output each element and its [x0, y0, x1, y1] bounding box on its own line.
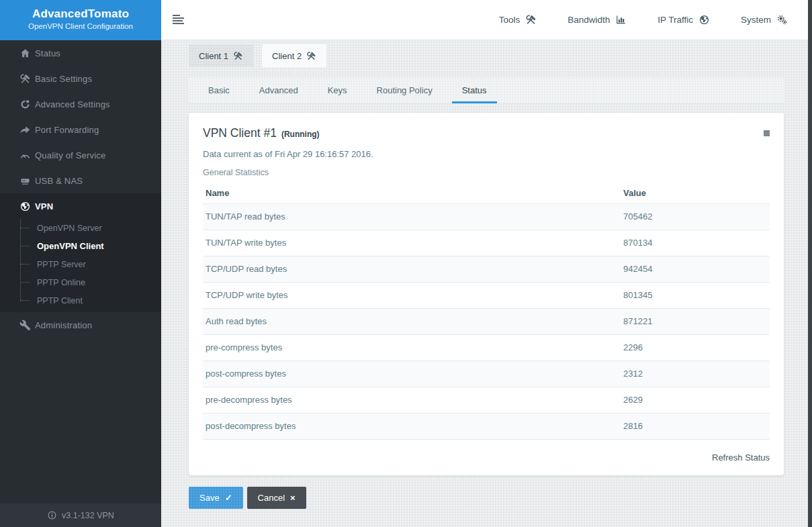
section-label: General Statistics [203, 168, 770, 177]
data-current-text: Data current as of Fri Apr 29 16:16:57 2… [203, 149, 770, 159]
stat-name: TUN/TAP read bytes [203, 203, 621, 230]
topnav: Tools Bandwidth IP Traffic System [499, 14, 808, 26]
save-label: Save [199, 493, 220, 503]
tab-status[interactable]: Status [452, 77, 497, 103]
table-row: post-decompress bytes 2816 [203, 413, 770, 439]
stat-name: pre-compress bytes [203, 334, 621, 361]
gears-icon [776, 14, 788, 26]
sidebar-item-openvpn-server[interactable]: OpenVPN Server [0, 219, 161, 237]
home-icon [19, 48, 31, 59]
app-brand: AdvancedTomato OpenVPN Client Configurat… [0, 0, 161, 40]
vpn-submenu: OpenVPN Server OpenVPN Client PPTP Serve… [0, 219, 161, 312]
sidebar-item-port-forwarding[interactable]: Port Forwarding [0, 117, 161, 142]
sidebar-subitem-label: PPTP Online [37, 278, 85, 287]
save-button[interactable]: Save ✓ [189, 487, 243, 509]
stat-value: 2296 [621, 334, 770, 361]
table-row: pre-compress bytes 2296 [203, 334, 770, 361]
collapse-square-icon[interactable] [764, 130, 770, 136]
sidebar-item-label: Status [35, 48, 60, 58]
topnav-bandwidth[interactable]: Bandwidth [568, 14, 627, 26]
sidebar-subitem-label: OpenVPN Client [37, 241, 104, 251]
sidebar-item-pptp-online[interactable]: PPTP Online [0, 273, 161, 291]
app-title: AdvancedTomato [0, 7, 161, 21]
tab-advanced[interactable]: Advanced [249, 77, 308, 103]
stat-name: post-compress bytes [203, 361, 621, 387]
sidebar-item-pptp-server[interactable]: PPTP Server [0, 255, 161, 273]
table-row: TUN/TAP read bytes 705462 [203, 203, 770, 230]
stat-value: 705462 [621, 203, 770, 230]
status-badge: (Running) [281, 130, 320, 139]
tab-client-1[interactable]: Client 1 [189, 44, 253, 67]
client-tabs: Client 1 Client 2 [189, 44, 784, 67]
check-icon: ✓ [225, 493, 232, 503]
refresh-row: Refresh Status [203, 440, 770, 475]
statistics-table: Name Value TUN/TAP read bytes 705462 TUN… [203, 183, 770, 440]
cancel-button[interactable]: Cancel × [247, 487, 306, 509]
main-content: Client 1 Client 2 Basic Advanced Keys Ro… [161, 41, 808, 527]
sidebar-item-pptp-client[interactable]: PPTP Client [0, 291, 161, 309]
sidebar-item-advanced-settings[interactable]: Advanced Settings [0, 91, 161, 117]
tab-client-2[interactable]: Client 2 [262, 44, 326, 67]
topbar: Tools Bandwidth IP Traffic System [161, 0, 808, 40]
scrollbar[interactable] [808, 0, 812, 527]
panel-header: VPN Client #1 (Running) [203, 113, 770, 140]
page-subtitle: OpenVPN Client Configuration [0, 22, 161, 30]
subtab-bar: Basic Advanced Keys Routing Policy Statu… [189, 77, 784, 104]
column-header-name: Name [203, 183, 621, 203]
stat-name: pre-decompress bytes [203, 387, 621, 413]
globe-icon [19, 201, 31, 212]
sidebar: AdvancedTomato OpenVPN Client Configurat… [0, 0, 161, 527]
forward-arrow-icon [19, 124, 31, 136]
gauge-icon [19, 150, 31, 161]
sidebar-item-openvpn-client[interactable]: OpenVPN Client [0, 237, 161, 255]
stat-name: post-decompress bytes [203, 413, 621, 439]
sidebar-subitem-label: OpenVPN Server [37, 224, 102, 233]
table-row: TUN/TAP write bytes 870134 [203, 230, 770, 256]
topnav-ip-traffic[interactable]: IP Traffic [658, 14, 710, 26]
sidebar-item-label: USB & NAS [35, 176, 83, 186]
table-row: post-compress bytes 2312 [203, 361, 770, 387]
table-row: TCP/UDP read bytes 942454 [203, 256, 770, 282]
tab-keys[interactable]: Keys [318, 77, 357, 103]
sidebar-item-label: Advanced Settings [35, 99, 110, 109]
stat-name: Auth read bytes [203, 308, 621, 334]
sidebar-item-label: VPN [35, 201, 53, 211]
version-label: v3.1-132 VPN [62, 511, 114, 520]
table-row: Auth read bytes 871221 [203, 308, 770, 334]
tab-basic[interactable]: Basic [198, 77, 240, 103]
tools-icon [525, 14, 537, 26]
stat-name: TUN/TAP write bytes [203, 230, 621, 256]
sidebar-item-qos[interactable]: Quality of Service [0, 142, 161, 168]
sidebar-item-vpn[interactable]: VPN [0, 193, 161, 219]
sidebar-item-usb-nas[interactable]: USB & NAS [0, 168, 161, 193]
column-header-value: Value [621, 183, 770, 203]
panel-title: VPN Client #1 [203, 126, 277, 140]
stat-value: 801345 [621, 282, 770, 308]
sidebar-item-label: Port Forwarding [35, 125, 99, 135]
tools-icon [19, 73, 31, 85]
topnav-label: System [741, 15, 771, 25]
sidebar-item-status[interactable]: Status [0, 40, 161, 66]
tab-routing-policy[interactable]: Routing Policy [367, 77, 443, 103]
cancel-label: Cancel [258, 493, 285, 503]
close-icon: × [290, 493, 296, 503]
table-row: pre-decompress bytes 2629 [203, 387, 770, 413]
status-panel: VPN Client #1 (Running) Data current as … [189, 113, 784, 475]
topnav-system[interactable]: System [741, 14, 788, 26]
sidebar-item-administration[interactable]: Administration [0, 312, 161, 338]
topnav-tools[interactable]: Tools [499, 14, 537, 26]
tree-connector-icon [20, 264, 30, 265]
refresh-status-link[interactable]: Refresh Status [712, 452, 770, 463]
stat-value: 871221 [621, 308, 770, 334]
tab-label: Client 2 [272, 51, 302, 61]
info-icon [47, 510, 57, 520]
stat-value: 2312 [621, 361, 770, 387]
sidebar-item-basic-settings[interactable]: Basic Settings [0, 66, 161, 91]
tab-label: Client 1 [199, 51, 228, 61]
tools-icon [306, 51, 316, 61]
sidebar-subitem-label: PPTP Client [37, 296, 83, 305]
globe-icon [698, 14, 710, 26]
menu-toggle-icon[interactable] [169, 11, 188, 30]
table-header-row: Name Value [203, 183, 770, 203]
stat-value: 870134 [621, 230, 770, 256]
